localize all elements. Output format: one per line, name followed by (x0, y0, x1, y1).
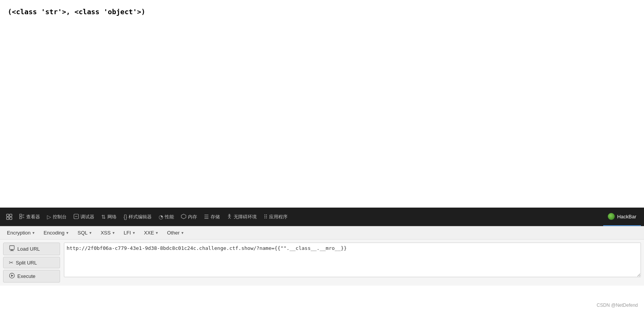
svg-line-15 (228, 217, 229, 219)
encryption-chevron: ▼ (32, 231, 35, 235)
xxe-label: XXE (144, 230, 154, 236)
hackbar-body: Load URL ✂ Split URL Execute (0, 239, 644, 286)
lfi-label: LFI (124, 230, 131, 236)
tab-console[interactable]: ▷ 控制台 (44, 208, 70, 226)
menu-encoding[interactable]: Encoding ▼ (40, 228, 73, 238)
menu-xss[interactable]: XSS ▼ (97, 228, 119, 238)
application-icon: ⠿ (264, 214, 268, 220)
hackbar-panel: Encryption ▼ Encoding ▼ SQL ▼ XSS ▼ LFI … (0, 226, 644, 286)
svg-rect-17 (10, 246, 14, 249)
style-editor-label: 样式编辑器 (129, 214, 152, 220)
lfi-chevron: ▼ (132, 231, 135, 235)
encoding-chevron: ▼ (66, 231, 69, 235)
encryption-label: Encryption (7, 230, 30, 236)
sql-chevron: ▼ (89, 231, 92, 235)
menu-other[interactable]: Other ▼ (163, 228, 188, 238)
load-url-button[interactable]: Load URL (3, 243, 60, 255)
tab-style-editor[interactable]: {} 样式编辑器 (120, 208, 155, 226)
xss-chevron: ▼ (112, 231, 115, 235)
hackbar-buttons: Load URL ✂ Split URL Execute (3, 243, 60, 283)
tab-debugger[interactable]: 调试器 (70, 208, 97, 226)
svg-point-12 (229, 214, 230, 215)
svg-marker-20 (11, 274, 13, 277)
tab-accessibility[interactable]: 无障碍环境 (224, 208, 260, 226)
execute-label: Execute (17, 273, 35, 279)
menu-encryption[interactable]: Encryption ▼ (3, 228, 39, 238)
split-url-icon: ✂ (9, 259, 13, 266)
performance-icon: ◔ (159, 214, 163, 220)
memory-label: 内存 (188, 214, 197, 220)
accessibility-label: 无障碍环境 (234, 214, 257, 220)
xss-label: XSS (100, 230, 110, 236)
svg-rect-5 (20, 217, 22, 219)
performance-label: 性能 (165, 214, 174, 220)
main-content: (<class 'str'>, <class 'object'>) (0, 0, 644, 208)
menu-lfi[interactable]: LFI ▼ (120, 228, 139, 238)
page-output: (<class 'str'>, <class 'object'>) (8, 8, 636, 16)
application-label: 应用程序 (269, 214, 288, 220)
menu-sql[interactable]: SQL ▼ (74, 228, 96, 238)
encoding-label: Encoding (43, 230, 64, 236)
accessibility-icon (227, 214, 232, 220)
watermark: CSDN @NetDefend (597, 303, 638, 308)
load-url-icon (9, 245, 15, 253)
svg-rect-2 (7, 217, 9, 220)
storage-icon: ☰ (204, 214, 209, 220)
svg-rect-0 (7, 214, 9, 216)
inspector-icon (19, 214, 25, 220)
split-url-button[interactable]: ✂ Split URL (3, 257, 60, 268)
debugger-label: 调试器 (80, 214, 94, 220)
network-icon: ⇅ (101, 214, 106, 220)
tab-inspector[interactable]: 查看器 (16, 208, 43, 226)
hackbar-menu: Encryption ▼ Encoding ▼ SQL ▼ XSS ▼ LFI … (0, 226, 644, 239)
tab-storage[interactable]: ☰ 存储 (201, 208, 223, 226)
console-icon: ▷ (47, 214, 51, 220)
split-url-label: Split URL (16, 260, 37, 266)
other-label: Other (167, 230, 180, 236)
console-label: 控制台 (53, 214, 67, 220)
hackbar-label: HackBar (617, 214, 636, 220)
network-label: 网络 (107, 214, 117, 220)
debugger-icon (74, 214, 79, 220)
svg-marker-11 (181, 214, 186, 219)
devtools-toolbar: 查看器 ▷ 控制台 调试器 ⇅ 网络 {} 样式编辑器 ◔ 性能 (0, 208, 644, 226)
tab-hackbar[interactable]: HackBar (603, 208, 641, 226)
url-input[interactable] (64, 243, 641, 277)
tab-performance[interactable]: ◔ 性能 (156, 208, 177, 226)
tab-memory[interactable]: 内存 (178, 208, 200, 226)
style-editor-icon: {} (124, 214, 127, 220)
inspector-label: 查看器 (26, 214, 40, 220)
sql-label: SQL (77, 230, 87, 236)
svg-rect-1 (10, 214, 12, 216)
storage-label: 存储 (211, 214, 220, 220)
tab-network[interactable]: ⇅ 网络 (98, 208, 120, 226)
xxe-chevron: ▼ (155, 231, 159, 235)
svg-rect-4 (20, 214, 22, 216)
devtools-main-icon[interactable] (3, 211, 15, 223)
hackbar-circle-icon (608, 213, 615, 220)
memory-icon (181, 214, 186, 220)
menu-xxe[interactable]: XXE ▼ (140, 228, 162, 238)
other-chevron: ▼ (181, 231, 184, 235)
tab-application[interactable]: ⠿ 应用程序 (261, 208, 291, 226)
execute-icon (9, 273, 15, 280)
execute-button[interactable]: Execute (3, 270, 60, 283)
svg-line-16 (229, 217, 231, 219)
load-url-label: Load URL (17, 246, 40, 252)
svg-rect-3 (10, 217, 12, 220)
